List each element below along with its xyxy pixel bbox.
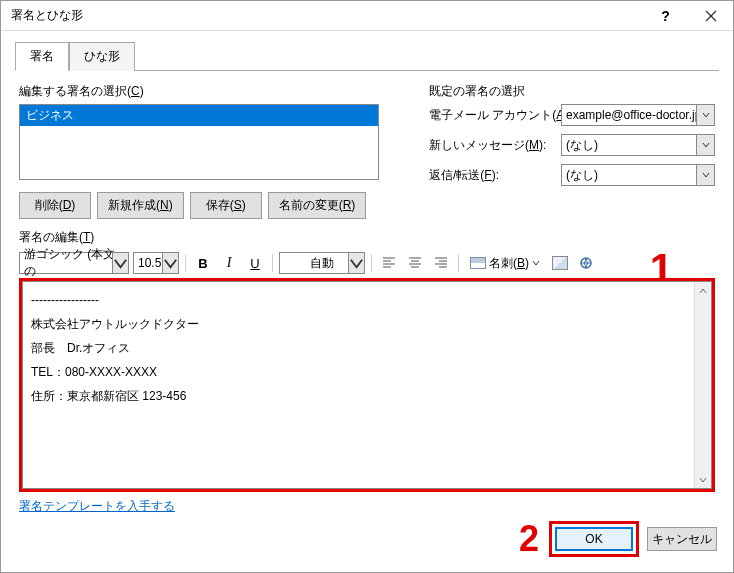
ok-highlight: OK xyxy=(549,521,639,557)
scroll-up-icon[interactable] xyxy=(695,282,711,299)
tabs: 署名 ひな形 xyxy=(1,31,733,71)
editor-label: 署名の編集(T) xyxy=(19,229,715,246)
tab-signature[interactable]: 署名 xyxy=(15,42,69,71)
tab-stationery[interactable]: ひな形 xyxy=(69,42,135,71)
help-button[interactable]: ? xyxy=(643,1,688,31)
signature-list-item[interactable]: ビジネス xyxy=(20,105,378,126)
cancel-button[interactable]: キャンセル xyxy=(647,527,717,551)
business-card-button[interactable]: 名刺(B) xyxy=(465,252,545,274)
scrollbar[interactable] xyxy=(694,282,711,488)
editor-line: 住所：東京都新宿区 123-456 xyxy=(31,384,703,408)
align-left-button[interactable] xyxy=(378,252,400,274)
save-button[interactable]: 保存(S) xyxy=(190,192,262,219)
chevron-down-icon xyxy=(162,253,178,273)
signature-editor[interactable]: ----------------- 株式会社アウトルックドクター 部長 Dr.オ… xyxy=(22,281,712,489)
chevron-down-icon xyxy=(112,253,128,273)
separator xyxy=(458,254,459,272)
signature-select-group: 編集する署名の選択(C) ビジネス 削除(D) 新規作成(N) 保存(S) 名前… xyxy=(19,83,399,219)
ok-button[interactable]: OK xyxy=(555,527,633,551)
rename-button[interactable]: 名前の変更(R) xyxy=(268,192,367,219)
align-center-button[interactable] xyxy=(404,252,426,274)
image-icon xyxy=(552,256,568,270)
account-label: 電子メール アカウント(A): xyxy=(429,107,555,124)
align-right-button[interactable] xyxy=(430,252,452,274)
default-signature-group: 既定の署名の選択 電子メール アカウント(A): example@office-… xyxy=(429,83,715,219)
business-card-label: 名刺(B) xyxy=(489,255,529,272)
chevron-down-icon xyxy=(348,253,364,273)
newmsg-value: (なし) xyxy=(566,137,598,154)
card-icon xyxy=(470,257,486,269)
editor-toolbar: 游ゴシック (本文の 10.5 B I U 自動 名刺(B) xyxy=(19,250,715,276)
font-selector[interactable]: 游ゴシック (本文の xyxy=(19,252,129,274)
content: 編集する署名の選択(C) ビジネス 削除(D) 新規作成(N) 保存(S) 名前… xyxy=(1,71,733,515)
color-value: 自動 xyxy=(310,255,334,272)
signature-select-label: 編集する署名の選択(C) xyxy=(19,83,399,100)
account-value: example@office-doctor.jp xyxy=(566,108,701,122)
reply-value: (なし) xyxy=(566,167,598,184)
bold-button[interactable]: B xyxy=(192,252,214,274)
account-dropdown[interactable]: example@office-doctor.jp xyxy=(561,104,715,126)
editor-highlight: ----------------- 株式会社アウトルックドクター 部長 Dr.オ… xyxy=(19,278,715,492)
dialog-buttons: 2 OK キャンセル xyxy=(519,518,717,560)
size-value: 10.5 xyxy=(138,256,161,270)
editor-line: ----------------- xyxy=(31,288,703,312)
dialog-window: 署名とひな形 ? 署名 ひな形 編集する署名の選択(C) ビジネス 削除(D) … xyxy=(0,0,734,573)
reply-dropdown[interactable]: (なし) xyxy=(561,164,715,186)
chevron-down-icon xyxy=(696,165,714,185)
editor-line: TEL：080-XXXX-XXXX xyxy=(31,360,703,384)
annotation-2: 2 xyxy=(519,518,539,560)
chevron-down-icon xyxy=(532,259,540,267)
scroll-down-icon[interactable] xyxy=(695,471,711,488)
underline-button[interactable]: U xyxy=(244,252,266,274)
signature-list[interactable]: ビジネス xyxy=(19,104,379,180)
reply-label: 返信/転送(F): xyxy=(429,167,555,184)
insert-image-button[interactable] xyxy=(549,252,571,274)
titlebar: 署名とひな形 ? xyxy=(1,1,733,31)
template-link[interactable]: 署名テンプレートを入手する xyxy=(19,498,175,515)
insert-link-button[interactable] xyxy=(575,252,597,274)
chevron-down-icon xyxy=(696,105,714,125)
separator xyxy=(272,254,273,272)
italic-button[interactable]: I xyxy=(218,252,240,274)
newmsg-label: 新しいメッセージ(M): xyxy=(429,137,555,154)
default-signature-label: 既定の署名の選択 xyxy=(429,83,715,100)
separator xyxy=(371,254,372,272)
editor-line: 部長 Dr.オフィス xyxy=(31,336,703,360)
separator xyxy=(185,254,186,272)
window-title: 署名とひな形 xyxy=(11,7,643,24)
color-selector[interactable]: 自動 xyxy=(279,252,365,274)
close-button[interactable] xyxy=(688,1,733,31)
chevron-down-icon xyxy=(696,135,714,155)
size-selector[interactable]: 10.5 xyxy=(133,252,179,274)
font-value: 游ゴシック (本文の xyxy=(24,246,124,280)
editor-line: 株式会社アウトルックドクター xyxy=(31,312,703,336)
link-icon xyxy=(578,255,594,271)
delete-button[interactable]: 削除(D) xyxy=(19,192,91,219)
newmsg-dropdown[interactable]: (なし) xyxy=(561,134,715,156)
new-button[interactable]: 新規作成(N) xyxy=(97,192,184,219)
